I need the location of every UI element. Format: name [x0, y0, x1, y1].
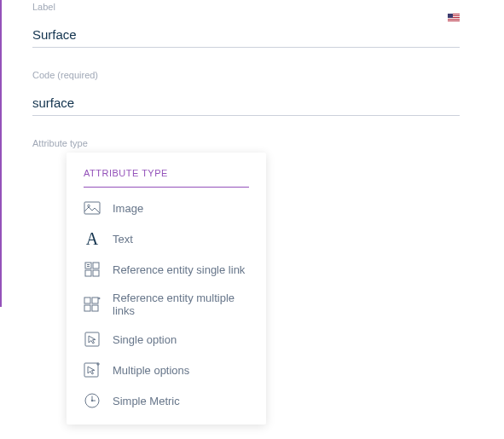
svg-rect-3 — [448, 18, 460, 19]
label-input[interactable] — [32, 22, 460, 48]
svg-rect-22 — [84, 363, 98, 377]
svg-point-28 — [91, 400, 93, 401]
option-label: Image — [113, 202, 143, 215]
option-image[interactable]: Image — [67, 193, 266, 223]
svg-rect-6 — [448, 14, 453, 18]
option-ref-multiple[interactable]: Reference entity multiple links — [67, 285, 266, 324]
option-metric[interactable]: Simple Metric — [67, 385, 266, 416]
svg-rect-7 — [84, 202, 100, 214]
option-multiple[interactable]: Multiple options — [67, 355, 266, 385]
svg-rect-5 — [448, 21, 460, 22]
svg-rect-18 — [92, 305, 98, 311]
attribute-type-dropdown: ATTRIBUTE TYPE Image A Text Reference — [67, 153, 266, 425]
code-field-group: Code (required) — [32, 70, 460, 116]
text-icon: A — [84, 230, 101, 247]
label-caption: Label — [32, 2, 460, 12]
svg-rect-21 — [85, 332, 99, 346]
option-label: Reference entity multiple links — [113, 292, 249, 317]
locale-flag-us[interactable] — [448, 10, 460, 19]
option-text[interactable]: A Text — [67, 223, 266, 254]
svg-rect-4 — [448, 20, 460, 20]
image-icon — [84, 199, 101, 217]
attribute-type-caption: Attribute type — [32, 138, 460, 148]
svg-rect-11 — [85, 270, 91, 276]
option-ref-single[interactable]: Reference entity single link — [67, 254, 266, 285]
svg-rect-12 — [93, 270, 99, 276]
dropdown-header: ATTRIBUTE TYPE — [84, 168, 249, 188]
svg-rect-10 — [93, 263, 99, 269]
option-label: Single option — [113, 333, 177, 346]
cursor-icon — [84, 331, 101, 348]
option-label: Text — [113, 233, 133, 245]
option-label: Multiple options — [113, 364, 189, 377]
gauge-icon — [84, 392, 101, 409]
label-field-group: Label — [32, 2, 460, 48]
option-label: Reference entity single link — [113, 263, 245, 276]
option-single[interactable]: Single option — [67, 324, 266, 355]
code-input[interactable] — [32, 90, 460, 116]
code-caption: Code (required) — [32, 70, 460, 80]
reference-single-icon — [84, 261, 101, 278]
cursor-plus-icon — [84, 361, 101, 378]
option-label: Simple Metric — [113, 395, 180, 407]
reference-multiple-icon — [84, 296, 101, 313]
svg-rect-17 — [84, 305, 90, 311]
attribute-type-field-group: Attribute type — [32, 138, 460, 148]
svg-rect-9 — [85, 263, 91, 269]
svg-rect-16 — [92, 297, 98, 303]
svg-rect-15 — [84, 297, 90, 303]
